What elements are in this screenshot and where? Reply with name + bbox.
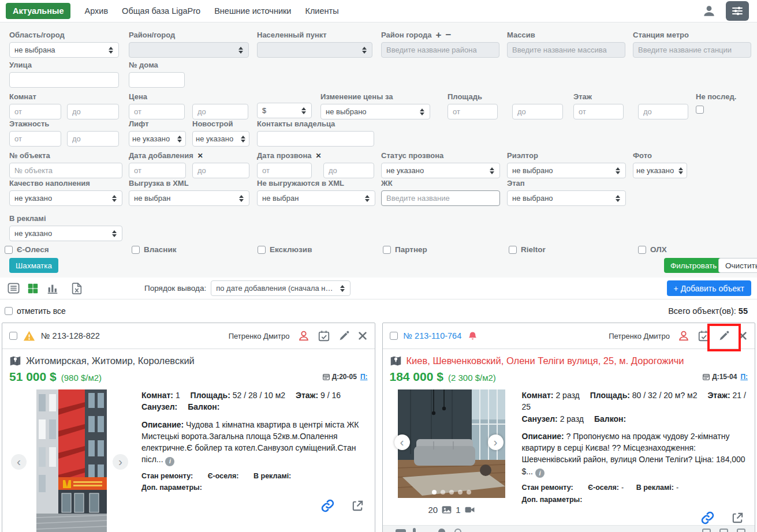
district-input[interactable]	[381, 42, 499, 58]
card-checkbox[interactable]	[9, 332, 17, 340]
edit-button[interactable]	[718, 330, 730, 342]
carousel-dot[interactable]	[441, 490, 445, 494]
punkt-select[interactable]	[257, 42, 372, 58]
date-added-to-input[interactable]	[192, 163, 249, 178]
checkbox-olx[interactable]: ОЛХ	[638, 245, 667, 254]
schedule-button[interactable]	[698, 329, 710, 342]
street-input[interactable]	[9, 72, 119, 88]
checkbox-box[interactable]	[5, 246, 13, 254]
clear-date-called-icon[interactable]: ✕	[316, 152, 322, 160]
tab-clients[interactable]: Клиенты	[305, 6, 338, 16]
card-checkbox[interactable]	[390, 332, 398, 340]
checkbox-box[interactable]	[383, 246, 391, 254]
floor-to-input[interactable]	[638, 104, 688, 119]
chart-view-button[interactable]	[45, 281, 60, 296]
realtor-select[interactable]: не выбрано	[507, 163, 626, 178]
area-to-input[interactable]	[512, 104, 563, 119]
remove-district-button[interactable]: −	[445, 32, 451, 38]
carousel-dot[interactable]	[467, 490, 471, 494]
floors-total-to-input[interactable]	[67, 131, 119, 147]
realtor-button[interactable]	[297, 329, 310, 342]
user-button[interactable]	[702, 3, 717, 18]
rooms-to-input[interactable]	[67, 104, 119, 119]
grid-view-button[interactable]	[25, 281, 40, 296]
date-added-from-input[interactable]	[129, 163, 186, 178]
xml-export-select[interactable]: не выбран	[129, 190, 249, 206]
info-icon[interactable]: i	[165, 457, 174, 466]
house-number-input[interactable]	[129, 72, 185, 88]
tab-archive[interactable]: Архив	[84, 6, 108, 16]
checkbox-box[interactable]	[132, 246, 140, 254]
currency-select[interactable]: $	[257, 103, 312, 118]
floors-total-from-input[interactable]	[9, 131, 61, 147]
list-view-button[interactable]	[6, 281, 21, 296]
p-link[interactable]: П:	[740, 373, 748, 381]
copy-link-button[interactable]	[700, 511, 715, 525]
checkbox-partner[interactable]: Партнер	[383, 245, 427, 254]
order-select[interactable]: по дате добавления (сначала новые)	[211, 280, 350, 296]
tab-ligapro-base[interactable]: Общая база LigaPro	[122, 6, 200, 16]
floor-from-input[interactable]	[573, 104, 624, 119]
object-number-input[interactable]	[9, 163, 122, 178]
clear-button[interactable]: Очистить	[718, 258, 757, 273]
select-all-checkbox[interactable]	[5, 307, 13, 315]
schedule-button[interactable]	[318, 329, 330, 342]
edit-button[interactable]	[338, 330, 350, 342]
checkbox-exclusive[interactable]: Ексклюзив	[258, 245, 312, 254]
date-called-from-input[interactable]	[257, 163, 312, 178]
photo-prev-button[interactable]: ‹	[11, 454, 27, 470]
price-from-input[interactable]	[129, 104, 185, 119]
price-to-input[interactable]	[192, 104, 248, 119]
add-object-button[interactable]: + Добавить объект	[667, 280, 751, 296]
date-called-to-input[interactable]	[323, 163, 374, 178]
raion-select[interactable]	[129, 42, 249, 58]
excel-export-button[interactable]	[69, 281, 84, 296]
tab-actual[interactable]: Актуальные	[6, 3, 70, 19]
checkbox-box[interactable]	[258, 246, 266, 254]
owner-contacts-input[interactable]	[257, 131, 374, 147]
p-link[interactable]: П:	[360, 373, 368, 381]
carousel-dot[interactable]	[458, 490, 463, 494]
residential-complex-input[interactable]	[381, 190, 500, 206]
info-icon[interactable]: i	[535, 469, 545, 478]
tab-external-sources[interactable]: Внешние источники	[214, 6, 291, 16]
filter-button[interactable]: Фильтровать	[664, 258, 723, 273]
carousel-dot[interactable]	[432, 490, 437, 494]
open-external-button[interactable]	[731, 511, 744, 525]
object-number-link[interactable]: № 213-110-764	[404, 331, 462, 340]
settings-button[interactable]	[726, 1, 749, 21]
oblast-select[interactable]: не выбрана	[9, 42, 119, 58]
stage-select[interactable]: не выбрано	[507, 190, 626, 206]
checkbox-eolesya[interactable]: Є-Олеся	[5, 245, 49, 254]
clear-date-added-icon[interactable]: ✕	[197, 152, 203, 160]
copy-link-button[interactable]	[320, 499, 335, 513]
open-external-button[interactable]	[351, 499, 364, 513]
rooms-from-input[interactable]	[9, 104, 61, 119]
property-photo[interactable]	[36, 389, 107, 532]
in-ads-select[interactable]: не указано	[9, 226, 122, 241]
photo-next-button[interactable]: ›	[113, 454, 128, 470]
close-button[interactable]	[737, 331, 748, 341]
call-status-select[interactable]: не указано	[381, 163, 500, 178]
quality-select[interactable]: не указано	[9, 190, 122, 206]
photo-select[interactable]: не указано	[633, 163, 687, 178]
checkbox-vlasnik[interactable]: Власник	[132, 245, 177, 254]
newbuild-select[interactable]: не указано	[192, 131, 249, 147]
lift-select[interactable]: не указано	[129, 131, 186, 147]
metro-input[interactable]	[633, 42, 751, 58]
price-change-select[interactable]: не выбрано	[320, 104, 430, 119]
not-last-floor-checkbox[interactable]	[696, 106, 704, 114]
carousel-dot[interactable]	[449, 490, 454, 494]
checkbox-rieltor[interactable]: Rieltor	[509, 245, 546, 254]
xml-excluded-select[interactable]: не выбран	[257, 190, 375, 206]
realtor-button[interactable]	[677, 329, 690, 342]
add-district-button[interactable]: +	[436, 32, 442, 38]
checkbox-box[interactable]	[509, 246, 517, 254]
massiv-input[interactable]	[507, 42, 625, 58]
checkbox-box[interactable]	[638, 246, 646, 254]
close-button[interactable]	[357, 331, 368, 341]
area-from-input[interactable]	[448, 104, 498, 119]
photo-prev-button[interactable]: ‹	[394, 434, 410, 450]
chessboard-button[interactable]: Шахматка	[9, 258, 58, 273]
photo-next-button[interactable]: ›	[488, 434, 504, 450]
